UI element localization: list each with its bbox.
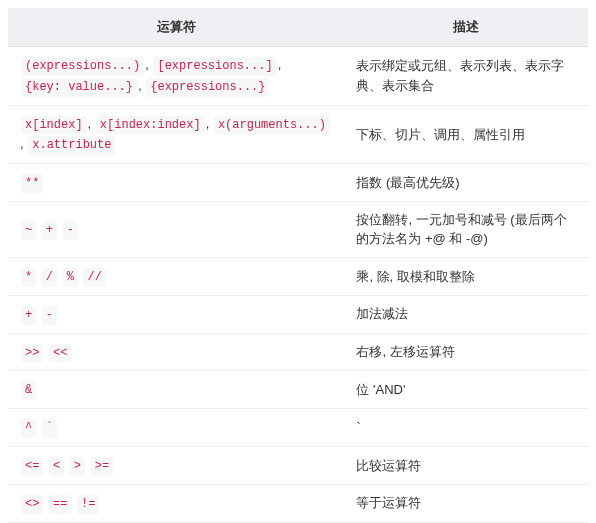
separator: ,: [145, 57, 152, 72]
cell-description: 下标、切片、调用、属性引用: [344, 105, 588, 164]
cell-description: 比较运算符: [344, 446, 588, 484]
separator: ,: [206, 116, 213, 131]
cell-description: 右移, 左移运算符: [344, 333, 588, 371]
separator: ,: [138, 78, 145, 93]
operator-code: (expressions...): [21, 57, 144, 76]
cell-description: 加法减法: [344, 295, 588, 333]
operator-code: -: [63, 221, 78, 240]
operator-code: ~: [21, 221, 36, 240]
operator-code: x[index:index]: [96, 116, 205, 135]
operator-code: x[index]: [21, 116, 87, 135]
separator: ,: [278, 57, 282, 72]
cell-operators: <= < > >=: [8, 446, 344, 484]
operator-code: <=: [21, 457, 43, 476]
operator-code: //: [83, 268, 105, 287]
cell-description: 表示绑定或元组、表示列表、表示字典、表示集合: [344, 47, 588, 106]
cell-description: 乘, 除, 取模和取整除: [344, 257, 588, 295]
operator-code: {expressions...}: [146, 78, 269, 97]
operator-code: ==: [49, 495, 71, 514]
operator-code: **: [21, 174, 43, 193]
cell-description: 指数 (最高优先级): [344, 164, 588, 202]
operator-code: !=: [77, 495, 99, 514]
operator-code: [expressions...]: [153, 57, 276, 76]
table-row: * / % //乘, 除, 取模和取整除: [8, 257, 588, 295]
table-header-row: 运算符 描述: [8, 8, 588, 47]
cell-description: `: [344, 409, 588, 447]
table-row: &位 'AND': [8, 371, 588, 409]
cell-description: 位 'AND': [344, 371, 588, 409]
table-row: >> <<右移, 左移运算符: [8, 333, 588, 371]
cell-operators: **: [8, 164, 344, 202]
cell-description: 按位翻转, 一元加号和减号 (最后两个的方法名为 +@ 和 -@): [344, 201, 588, 257]
table-row: x[index], x[index:index], x(arguments...…: [8, 105, 588, 164]
header-description: 描述: [344, 8, 588, 47]
operator-code: {key: value...}: [21, 78, 137, 97]
operator-code: <: [49, 457, 64, 476]
operator-code: >: [70, 457, 85, 476]
cell-operators: <> == !=: [8, 484, 344, 522]
header-operator: 运算符: [8, 8, 344, 47]
operator-code: +: [21, 306, 36, 325]
cell-operators: &: [8, 371, 344, 409]
operator-code: >>: [21, 344, 43, 363]
operator-code: >=: [91, 457, 113, 476]
operator-code: /: [42, 268, 57, 287]
operator-code: <<: [49, 344, 71, 363]
table-row: (expressions...), [expressions...], {key…: [8, 47, 588, 106]
separator: ,: [88, 116, 95, 131]
operator-code: &: [21, 381, 36, 400]
table-row: <> == !=等于运算符: [8, 484, 588, 522]
cell-operators: ^ `: [8, 409, 344, 447]
cell-operators: ~ + -: [8, 201, 344, 257]
operator-code: *: [21, 268, 36, 287]
operator-code: x(arguments...): [214, 116, 330, 135]
operator-code: ^: [21, 419, 36, 438]
operator-code: %: [63, 268, 78, 287]
cell-operators: + -: [8, 295, 344, 333]
cell-operators: >> <<: [8, 333, 344, 371]
operator-code: +: [42, 221, 57, 240]
operator-code: -: [42, 306, 57, 325]
operator-code: `: [42, 419, 57, 438]
table-row: ~ + -按位翻转, 一元加号和减号 (最后两个的方法名为 +@ 和 -@): [8, 201, 588, 257]
table-row: <= < > >=比较运算符: [8, 446, 588, 484]
cell-description: 等于运算符: [344, 484, 588, 522]
separator: ,: [20, 136, 27, 151]
cell-operators: x[index], x[index:index], x(arguments...…: [8, 105, 344, 164]
operator-code: x.attribute: [28, 136, 115, 155]
operator-precedence-table: 运算符 描述 (expressions...), [expressions...…: [8, 8, 588, 523]
operator-code: <>: [21, 495, 43, 514]
table-row: + -加法减法: [8, 295, 588, 333]
cell-operators: * / % //: [8, 257, 344, 295]
table-row: ^ ``: [8, 409, 588, 447]
cell-operators: (expressions...), [expressions...], {key…: [8, 47, 344, 106]
table-row: **指数 (最高优先级): [8, 164, 588, 202]
